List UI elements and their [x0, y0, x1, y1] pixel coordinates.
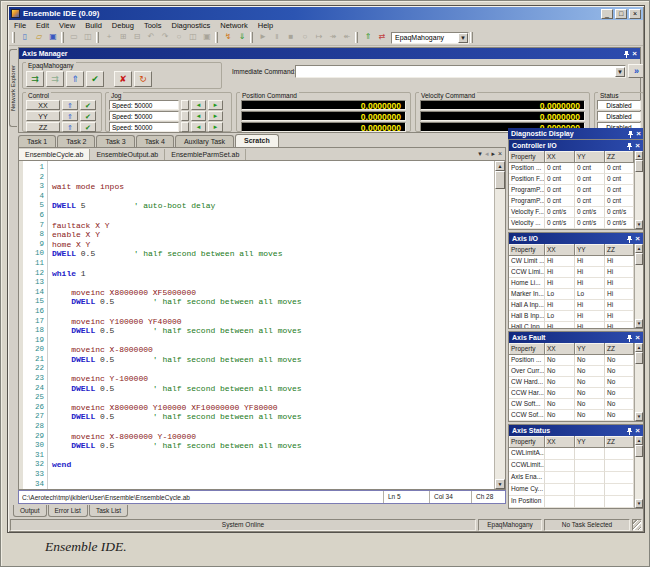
open-file-icon[interactable]: ▱: [32, 31, 46, 44]
task-tab-auxilary-task[interactable]: Auxilary Task: [175, 135, 234, 147]
panel-titlebar[interactable]: Axis Fault×: [509, 332, 643, 343]
column-header[interactable]: ZZ: [605, 436, 634, 448]
jog-plus-icon[interactable]: ►: [208, 100, 223, 110]
table-row[interactable]: Velocity F...0 cnt/s0 cnt/s0 cnt/s: [509, 207, 634, 218]
scroll-down-icon[interactable]: ▼: [635, 220, 643, 229]
close-icon[interactable]: ×: [636, 129, 641, 138]
jog-speed-field-ZZ[interactable]: Speed: 50000: [109, 122, 179, 132]
close-icon[interactable]: ×: [635, 141, 640, 150]
jog-speed-field-XX[interactable]: Speed: 50000: [109, 100, 179, 110]
close-icon[interactable]: ×: [635, 426, 640, 435]
table-row[interactable]: CW Limit ...HiHiHi: [509, 256, 634, 267]
jog-minus-icon[interactable]: ◄: [191, 122, 206, 132]
ack-axes-icon[interactable]: ✔: [86, 71, 104, 87]
controller-combo[interactable]: EpaqMahogany▼: [391, 32, 469, 44]
table-row[interactable]: CWLimitA...: [509, 448, 634, 460]
pin-icon[interactable]: [628, 335, 631, 338]
table-row[interactable]: In Position: [509, 496, 634, 508]
scroll-thumb[interactable]: [635, 253, 643, 265]
code-editor[interactable]: 1234567891011121314151617181920212223242…: [18, 160, 506, 490]
table-vscrollbar[interactable]: ▲▼: [634, 343, 643, 421]
toolbar-grip[interactable]: [215, 32, 218, 43]
scroll-down-icon[interactable]: ▼: [635, 319, 643, 328]
code-text[interactable]: wait mode inposDWELL 5 ' auto-boot delay…: [48, 161, 494, 489]
menu-file[interactable]: File: [9, 21, 31, 30]
home-axes-icon[interactable]: ⇑: [66, 71, 84, 87]
axis-button-ZZ[interactable]: ZZ: [26, 122, 60, 132]
scroll-thumb[interactable]: [495, 171, 505, 189]
jog-speed-browse-button[interactable]: [181, 111, 189, 121]
immediate-command-input[interactable]: ▼: [295, 65, 626, 78]
compile-icon[interactable]: ↯: [221, 31, 235, 44]
jog-speed-browse-button[interactable]: [181, 100, 189, 110]
column-header[interactable]: XX: [545, 343, 575, 355]
save-file-icon[interactable]: ▣: [46, 31, 60, 44]
toolbar-grip[interactable]: [12, 32, 15, 43]
close-icon[interactable]: ×: [635, 333, 640, 342]
table-row[interactable]: CCW Sof...NoNoNo: [509, 410, 634, 421]
bottom-tab-output[interactable]: Output: [13, 505, 47, 517]
pin-icon[interactable]: [628, 143, 631, 146]
menu-diagnostics[interactable]: Diagnostics: [166, 21, 215, 30]
table-row[interactable]: Hall A Inp...HiHiHi: [509, 300, 634, 311]
table-vscrollbar[interactable]: ▲▼: [634, 436, 643, 508]
column-header[interactable]: ZZ: [605, 244, 634, 256]
toolbar-grip[interactable]: [355, 32, 358, 43]
scroll-down-icon[interactable]: ▼: [635, 499, 643, 508]
execute-command-button[interactable]: »: [628, 64, 643, 78]
ack-axis-icon[interactable]: ✔: [80, 122, 96, 132]
table-row[interactable]: CW Soft...NoNoNo: [509, 399, 634, 410]
table-row[interactable]: Position ...0 cnt0 cnt0 cnt: [509, 163, 634, 174]
scroll-up-icon[interactable]: ▲: [635, 436, 643, 445]
nav-back-icon[interactable]: ◂: [485, 150, 489, 158]
file-tab-ensemblecycle.ab[interactable]: EnsembleCycle.ab: [19, 149, 90, 160]
toolbar-grip[interactable]: [61, 32, 64, 43]
panel-titlebar[interactable]: Axis Status×: [509, 425, 643, 436]
table-row[interactable]: Position F...0 cnt0 cnt0 cnt: [509, 174, 634, 185]
nav-forward-icon[interactable]: ▸: [491, 150, 495, 158]
scroll-thumb[interactable]: [635, 352, 643, 364]
file-list-dropdown-icon[interactable]: ▾: [478, 150, 482, 158]
toolbar-grip[interactable]: [96, 32, 99, 43]
bottom-tab-error-list[interactable]: Error List: [48, 505, 88, 517]
ack-axis-icon[interactable]: ✔: [80, 100, 96, 110]
menu-tools[interactable]: Tools: [139, 21, 167, 30]
table-row[interactable]: Velocity ...0 cnt/s0 cnt/s0 cnt/s: [509, 218, 634, 229]
close-document-icon[interactable]: ×: [498, 150, 502, 158]
column-header[interactable]: XX: [545, 244, 575, 256]
panel-titlebar[interactable]: Controller I/O×: [509, 140, 643, 151]
diagnostic-display-titlebar[interactable]: Diagnostic Display ×: [508, 128, 643, 139]
table-row[interactable]: CW Hard...NoNoNo: [509, 377, 634, 388]
table-row[interactable]: Home Li...HiHiHi: [509, 278, 634, 289]
reset-axes-icon[interactable]: ↻: [134, 71, 152, 87]
editor-vscrollbar[interactable]: ▲ ▼: [494, 161, 505, 489]
column-header[interactable]: ZZ: [605, 151, 634, 163]
enable-axes-icon[interactable]: ⇉: [26, 71, 44, 87]
menu-help[interactable]: Help: [253, 21, 278, 30]
resize-grip[interactable]: [632, 519, 642, 531]
minimize-button[interactable]: _: [601, 9, 613, 19]
ack-axis-icon[interactable]: ✔: [80, 111, 96, 121]
table-row[interactable]: CCW Limi...HiHiHi: [509, 267, 634, 278]
close-icon[interactable]: ×: [632, 49, 637, 58]
table-row[interactable]: Position ...NoNoNo: [509, 355, 634, 366]
close-button[interactable]: ×: [629, 9, 641, 19]
scroll-down-icon[interactable]: ▼: [635, 412, 643, 421]
column-header[interactable]: XX: [545, 151, 575, 163]
table-row[interactable]: Axis Ena...: [509, 472, 634, 484]
jog-plus-icon[interactable]: ►: [208, 122, 223, 132]
table-row[interactable]: ProgramP...0 cnt0 cnt0 cnt: [509, 185, 634, 196]
scroll-up-icon[interactable]: ▲: [635, 343, 643, 352]
pin-icon[interactable]: [628, 428, 631, 431]
file-tab-ensembleoutput.ab[interactable]: EnsembleOutput.ab: [90, 149, 165, 160]
title-bar[interactable]: Ensemble IDE (0.09) _ □ ×: [9, 7, 643, 20]
menu-network[interactable]: Network: [215, 21, 253, 30]
column-header[interactable]: YY: [575, 343, 605, 355]
column-header[interactable]: YY: [575, 151, 605, 163]
axis-button-XX[interactable]: XX: [26, 100, 60, 110]
menu-view[interactable]: View: [54, 21, 80, 30]
pin-icon[interactable]: [628, 236, 631, 239]
toolbar-grip[interactable]: [250, 32, 253, 43]
scroll-up-icon[interactable]: ▲: [635, 244, 643, 253]
network-explorer-tab[interactable]: Network Explorer: [9, 49, 17, 127]
